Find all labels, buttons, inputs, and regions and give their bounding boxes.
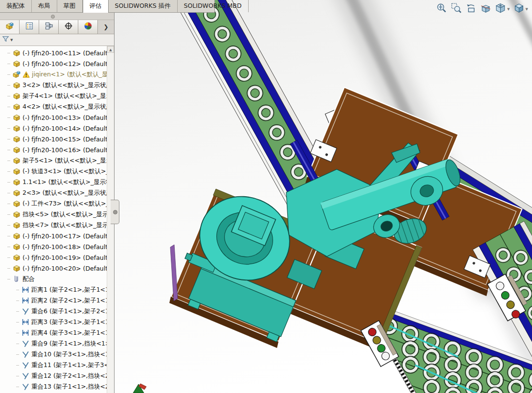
- tree-item[interactable]: 重合6 (架子1<1>,架子2<1>): [0, 306, 107, 317]
- tree-item[interactable]: (-) fjfn20-100<18> (Default<<D: [0, 241, 107, 252]
- part-icon: [13, 103, 21, 111]
- panel-splitter[interactable]: [0, 12, 114, 20]
- tree-item[interactable]: (-) fjfn20-100<19> (Default<<D: [0, 252, 107, 263]
- tree-item-label: (-) fjfn20-100<19> (Default<<D: [23, 254, 107, 261]
- part-icon: [13, 210, 21, 218]
- panel-collapse-handle[interactable]: [111, 200, 119, 224]
- filter-dropdown-icon[interactable]: ▼: [10, 38, 13, 42]
- feature-manager-panel: ❯ ▼ (-) fjfn20-100<11> (Default<<D(-) fj…: [0, 12, 115, 393]
- part-icon: [13, 92, 21, 100]
- tree-item-label: (-) fjfn20-100<18> (Default<<D: [23, 243, 107, 251]
- tree-item[interactable]: 重合10 (架子3<1>,挡块<1>): [0, 349, 107, 360]
- tree-item-label: (-) 工件<73> (默认<<默认>_显示: [23, 200, 107, 208]
- tree-item[interactable]: 距离2 (架子2<1>,架子1<1>): [0, 295, 107, 306]
- assembly-icon: [13, 70, 21, 78]
- filter-icon[interactable]: [2, 35, 9, 45]
- featuremanager-tab[interactable]: [0, 20, 20, 34]
- command-tab[interactable]: SOLIDWORKS 插件: [109, 0, 178, 12]
- tree-item-label: 重合10 (架子3<1>,挡块<1>): [31, 350, 107, 359]
- section-view-button[interactable]: [480, 2, 491, 16]
- mate-distance-icon: [22, 286, 29, 294]
- tree-item-label: (-) fjfn20-100<13> (Default<<D: [23, 114, 107, 121]
- part-icon: [13, 146, 21, 154]
- tree-item-label: 挡块<5> (默认<<默认>_显示状态: [23, 210, 107, 219]
- tree-item-label: 距离1 (架子2<1>,架子1<1>): [31, 286, 107, 294]
- mate-coincident-icon: [22, 307, 29, 315]
- tree-item[interactable]: (-) fjfn20-100<16> (Default<<D: [0, 144, 107, 155]
- propertymanager-tab[interactable]: [20, 20, 39, 34]
- tree-item[interactable]: (-) 工件<73> (默认<<默认>_显示: [0, 198, 107, 209]
- tree-item[interactable]: (-) fjfn20-100<17> (Default<<D: [0, 231, 107, 241]
- tree-item[interactable]: 距离4 (架子3<1>,架子1<1>): [0, 327, 107, 338]
- display-style-button[interactable]: ▼: [513, 2, 528, 16]
- command-tab[interactable]: SOLIDWORKS MBD: [178, 0, 249, 12]
- tree-item[interactable]: jiqiren<1> (默认<默认_显示: [0, 69, 107, 80]
- solidworks-window: { "command_bar": { "tabs": [ {"label": "…: [0, 0, 532, 393]
- previous-view-button[interactable]: [465, 2, 477, 16]
- warning-icon: [23, 71, 30, 78]
- tree-item[interactable]: 3<2> (默认<<默认>_显示状态 1: [0, 80, 107, 91]
- feature-tree: (-) fjfn20-100<11> (Default<<D(-) fjfn20…: [0, 47, 107, 393]
- command-tab[interactable]: 装配体: [0, 0, 32, 12]
- tree-item[interactable]: 架子4<1> (默认<<默认>_显示状: [0, 91, 107, 101]
- dropdown-arrow-icon[interactable]: ▼: [507, 7, 509, 11]
- tree-item[interactable]: 距离3 (架子3<1>,架子1<1>): [0, 317, 107, 327]
- tree-item[interactable]: 距离1 (架子2<1>,架子1<1>): [0, 284, 107, 295]
- part-icon: [13, 157, 21, 164]
- display-style-icon: [513, 2, 525, 16]
- tree-item[interactable]: 重合13 (架子1<1>,挡块<2>): [0, 381, 107, 392]
- tree-item[interactable]: 重合11 (架子1<1>,架子3<1>: [0, 360, 107, 370]
- zoom-to-area-button[interactable]: [451, 2, 462, 16]
- tree-item-label: 距离3 (架子3<1>,架子1<1>): [31, 318, 107, 326]
- command-manager-tabs: 装配体布局草图评估SOLIDWORKS 插件SOLIDWORKS MBD: [0, 0, 215, 13]
- dimxpertmanager-tab[interactable]: [59, 20, 78, 34]
- command-tab[interactable]: 布局: [32, 0, 57, 12]
- tree-item[interactable]: (-) fjfn20-100<13> (Default<<D: [0, 112, 107, 123]
- section-view-icon: [480, 2, 491, 16]
- tree-item[interactable]: 挡块<7> (默认<<默认>_显示状: [0, 220, 107, 231]
- part-icon: [13, 254, 21, 261]
- tree-item-label: 1.1<1> (默认<<默认>_显示状态: [23, 178, 107, 186]
- tree-item-label: 3<2> (默认<<默认>_显示状态 1: [23, 81, 107, 90]
- headsup-view-toolbar: ▼▼: [436, 2, 528, 16]
- tree-item[interactable]: 1.1<1> (默认<<默认>_显示状态: [0, 177, 107, 187]
- tree-item[interactable]: (-) fjfn20-100<14> (Default<<D: [0, 123, 107, 134]
- part-icon: [13, 167, 21, 175]
- tree-item[interactable]: (-) 轨道3<1> (默认<<默认>_显示: [0, 166, 107, 177]
- tree-item-label: (-) fjfn20-100<17> (Default<<D: [23, 232, 107, 240]
- command-tab[interactable]: 评估: [83, 0, 109, 13]
- dropdown-arrow-icon[interactable]: ▼: [526, 7, 528, 11]
- zoom-to-fit-button[interactable]: [436, 2, 447, 16]
- tree-item-label: 配合: [23, 275, 35, 283]
- tree-item[interactable]: 重合9 (架子1<1>,挡块<1>): [0, 338, 107, 349]
- command-tab[interactable]: 草图: [57, 0, 83, 12]
- manager-tab-bar: ❯: [0, 20, 114, 34]
- graphics-viewport[interactable]: [114, 0, 532, 393]
- mate-distance-icon: [22, 318, 29, 326]
- part-icon: [13, 264, 21, 272]
- panel-tabs-expand-button[interactable]: ❯: [98, 20, 114, 34]
- mate-coincident-icon: [22, 372, 29, 380]
- tree-item[interactable]: 挡块<5> (默认<<默认>_显示状态: [0, 209, 107, 220]
- tree-item-label: 4<2> (默认<<默认>_显示状态 1: [23, 103, 107, 111]
- tree-item[interactable]: 重合12 (架子2<1>,挡块<2>): [0, 370, 107, 381]
- tree-item[interactable]: (-) fjfn20-100<15> (Default<<D: [0, 134, 107, 144]
- tree-item-label: 架子4<1> (默认<<默认>_显示状: [23, 92, 107, 100]
- view-orientation-button[interactable]: ▼: [495, 2, 509, 16]
- tree-item-label: 重合9 (架子1<1>,挡块<1>): [31, 340, 107, 348]
- tree-item-label: 挡块<7> (默认<<默认>_显示状: [23, 221, 107, 230]
- tree-item[interactable]: 4<2> (默认<<默认>_显示状态 1: [0, 101, 107, 112]
- part-icon: [13, 243, 21, 251]
- tree-item[interactable]: 2<3> (默认<<默认>_显示状态 1: [0, 187, 107, 198]
- tree-item[interactable]: (-) fjfn20-100<20> (Default<<D: [0, 263, 107, 274]
- zoom-to-area-icon: [451, 2, 462, 16]
- handle-dot-icon: [113, 210, 117, 214]
- displaymanager-tab[interactable]: [78, 20, 98, 34]
- part-icon: [13, 200, 21, 208]
- tree-item[interactable]: (-) fjfn20-100<12> (Default<<D: [0, 58, 107, 69]
- tree-item[interactable]: (-) fjfn20-100<11> (Default<<D: [0, 47, 107, 58]
- scroll-up-icon[interactable]: ▲: [107, 46, 114, 53]
- tree-item[interactable]: 架子5<1> (默认<<默认>_显示状: [0, 155, 107, 166]
- tree-item[interactable]: 配合: [0, 274, 107, 284]
- configurationmanager-tab[interactable]: [39, 20, 59, 34]
